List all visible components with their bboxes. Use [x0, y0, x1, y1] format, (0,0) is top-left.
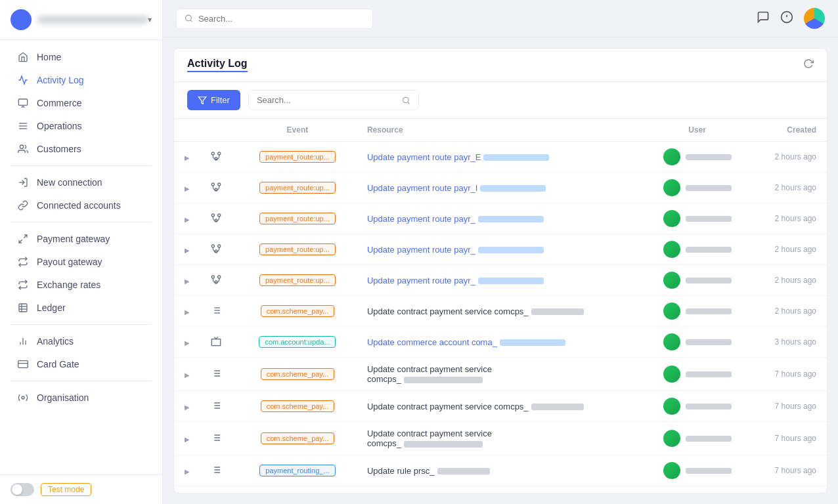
row-event-tag: payment_route:up... — [238, 203, 357, 234]
sidebar-item-ledger[interactable]: Ledger — [5, 297, 157, 319]
filter-button-label: Filter — [211, 95, 230, 105]
row-created: 2 hours ago — [751, 265, 827, 296]
expand-chevron[interactable]: ▶ — [185, 185, 190, 192]
row-resource: Update contract payment servicecomcps_ — [357, 422, 644, 455]
row-expand[interactable]: ▶ — [174, 142, 200, 173]
chat-icon[interactable] — [757, 10, 770, 27]
user-name-blurred — [686, 468, 732, 474]
sidebar-item-operations[interactable]: Operations — [5, 115, 157, 137]
sidebar-item-label: Activity Log — [37, 75, 84, 85]
resource-link[interactable]: Update payment route payr_E — [367, 152, 549, 162]
topbar-icons — [757, 8, 825, 29]
svg-point-40 — [211, 276, 214, 278]
resource-link[interactable]: Update payment route payr_ — [367, 276, 544, 285]
user-name-blurred — [686, 278, 732, 284]
sidebar-bottom: Test mode — [0, 474, 162, 504]
svg-rect-17 — [18, 361, 28, 368]
expand-chevron[interactable]: ▶ — [185, 371, 190, 379]
sidebar-item-new-connection[interactable]: New connection — [5, 171, 157, 194]
sidebar-item-label: Organisation — [37, 392, 89, 403]
svg-point-20 — [186, 15, 192, 21]
content-header: Activity Log — [174, 49, 827, 82]
toolbar-search-input[interactable] — [257, 95, 397, 105]
table-row: ▶payment_route:up...Update payment route… — [174, 142, 827, 173]
row-created: 2 hours ago — [751, 142, 827, 173]
info-icon[interactable] — [780, 10, 793, 27]
expand-chevron[interactable]: ▶ — [185, 436, 190, 443]
row-expand[interactable]: ▶ — [174, 173, 200, 203]
user-avatar-small — [663, 366, 680, 383]
row-expand[interactable]: ▶ — [174, 203, 200, 234]
table-row: ▶com.account:upda...Update commerce acco… — [174, 327, 827, 358]
sidebar-item-exchange-rates[interactable]: Exchange rates — [5, 274, 157, 296]
user-name-blurred — [686, 216, 732, 222]
svg-rect-10 — [19, 304, 27, 312]
col-resource: Resource — [357, 119, 644, 142]
row-expand[interactable]: ▶ — [174, 234, 200, 265]
sidebar-item-commerce[interactable]: Commerce — [5, 92, 157, 114]
svg-point-32 — [218, 183, 221, 186]
row-user — [644, 203, 751, 234]
sidebar-item-label: Analytics — [37, 336, 74, 346]
expand-chevron[interactable]: ▶ — [185, 278, 190, 285]
row-expand[interactable]: ▶ — [174, 358, 200, 391]
user-avatar-small — [663, 333, 680, 350]
nav-divider — [11, 324, 152, 325]
row-expand[interactable]: ▶ — [174, 455, 200, 486]
user-name-blurred — [686, 404, 732, 410]
resource-link[interactable]: Update payment route payr_I — [367, 183, 546, 193]
user-avatar-small — [663, 210, 680, 227]
sidebar-item-payment-gateway[interactable]: Payment gateway — [5, 228, 157, 250]
account-selector[interactable]: ▾ — [0, 0, 162, 40]
account-avatar — [11, 9, 32, 30]
sidebar-item-card-gate[interactable]: Card Gate — [5, 353, 157, 375]
resource-text: Update rule prsc_ — [367, 466, 490, 476]
refresh-icon[interactable] — [803, 58, 814, 72]
activity-table: Event Resource User Created ▶payment_rou… — [174, 119, 827, 486]
nav-divider — [11, 222, 152, 222]
chevron-down-icon: ▾ — [148, 15, 152, 24]
expand-chevron[interactable]: ▶ — [185, 404, 190, 411]
sidebar-item-home[interactable]: Home — [5, 46, 157, 68]
sidebar-item-organisation[interactable]: Organisation — [5, 387, 157, 409]
event-tag: payment_route:up... — [259, 243, 336, 255]
table-row: ▶payment_route:up...Update payment route… — [174, 234, 827, 265]
row-expand[interactable]: ▶ — [174, 327, 200, 358]
expand-chevron[interactable]: ▶ — [185, 468, 190, 475]
sidebar-item-payout-gateway[interactable]: Payout gateway — [5, 251, 157, 273]
sidebar-item-label: Home — [37, 52, 61, 62]
sidebar-item-analytics[interactable]: Analytics — [5, 330, 157, 352]
resource-link[interactable]: Update commerce account coma_ — [367, 337, 565, 347]
expand-chevron[interactable]: ▶ — [185, 216, 190, 223]
row-expand[interactable]: ▶ — [174, 391, 200, 422]
topbar — [163, 0, 838, 37]
sidebar-item-customers[interactable]: Customers — [5, 138, 157, 160]
topbar-search-input[interactable] — [198, 14, 364, 24]
resource-link[interactable]: Update payment route payr_ — [367, 214, 544, 224]
row-expand[interactable]: ▶ — [174, 296, 200, 327]
sidebar-item-connected-accounts[interactable]: Connected accounts — [5, 194, 157, 217]
sidebar-item-label: New connection — [37, 177, 102, 188]
expand-chevron[interactable]: ▶ — [185, 247, 190, 254]
operations-icon — [16, 121, 30, 131]
analytics-icon — [16, 336, 30, 346]
row-resource: Update commerce account coma_ — [357, 327, 644, 358]
sidebar-item-activity-log[interactable]: Activity Log — [5, 69, 157, 91]
row-expand[interactable]: ▶ — [174, 265, 200, 296]
row-created: 2 hours ago — [751, 296, 827, 327]
user-avatar[interactable] — [804, 8, 825, 29]
sidebar-item-label: Payment gateway — [37, 234, 110, 244]
svg-line-8 — [24, 235, 27, 238]
row-user — [644, 358, 751, 391]
expand-chevron[interactable]: ▶ — [185, 308, 190, 316]
resource-link[interactable]: Update payment route payr_ — [367, 245, 544, 255]
test-mode-toggle[interactable] — [11, 483, 34, 496]
expand-chevron[interactable]: ▶ — [185, 154, 190, 161]
event-tag: com.scheme_pay... — [261, 432, 335, 444]
event-tag: com.scheme_pay... — [261, 368, 335, 380]
row-created: 7 hours ago — [751, 391, 827, 422]
row-expand[interactable]: ▶ — [174, 422, 200, 455]
expand-chevron[interactable]: ▶ — [185, 339, 190, 346]
filter-button[interactable]: Filter — [187, 90, 240, 110]
row-user — [644, 142, 751, 173]
